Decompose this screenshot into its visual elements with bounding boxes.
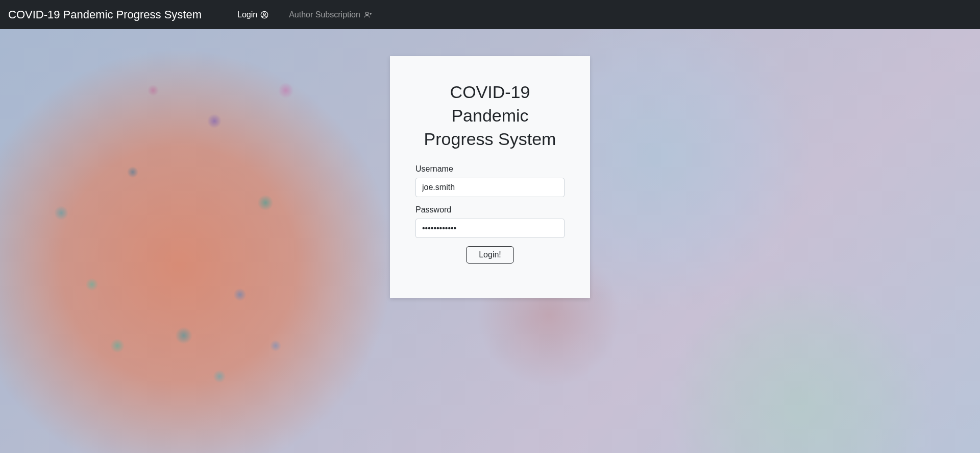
user-plus-icon xyxy=(363,11,373,19)
password-label: Password xyxy=(415,205,565,214)
username-input[interactable] xyxy=(415,178,565,197)
user-circle-icon xyxy=(260,11,268,19)
nav-login[interactable]: Login xyxy=(237,10,268,19)
username-group: Username xyxy=(415,164,565,197)
login-button-row: Login! xyxy=(415,246,565,264)
nav-login-label: Login xyxy=(237,10,257,19)
login-button[interactable]: Login! xyxy=(466,246,514,264)
nav-author-subscription[interactable]: Author Subscription xyxy=(289,10,373,19)
navbar: COVID-19 Pandemic Progress System Login … xyxy=(0,0,980,29)
login-card: COVID-19 Pandemic Progress System Userna… xyxy=(390,56,590,298)
login-title: COVID-19 Pandemic Progress System xyxy=(415,81,565,151)
svg-point-2 xyxy=(365,12,368,14)
password-group: Password xyxy=(415,205,565,238)
nav-author-subscription-label: Author Subscription xyxy=(289,10,360,19)
svg-point-1 xyxy=(263,13,265,15)
username-label: Username xyxy=(415,164,565,174)
hero-background: COVID-19 Pandemic Progress System Userna… xyxy=(0,29,980,453)
navbar-brand[interactable]: COVID-19 Pandemic Progress System xyxy=(8,8,202,21)
password-input[interactable] xyxy=(415,219,565,238)
